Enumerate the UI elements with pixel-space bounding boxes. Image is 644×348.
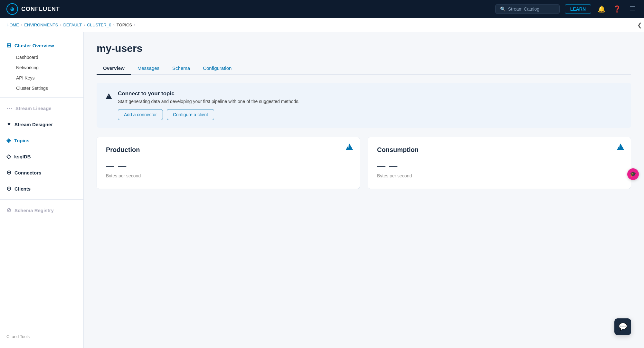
- consumption-card-title: Consumption: [377, 146, 622, 154]
- sidebar-ksqldb-section: ◇ ksqlDB: [0, 148, 83, 165]
- production-metric-label: Bytes per second: [106, 173, 351, 178]
- sidebar-topics-label: Topics: [14, 138, 29, 143]
- connectors-icon: ⊛: [6, 169, 11, 176]
- app-body: ⊞ Cluster Overview Dashboard Networking …: [0, 0, 644, 348]
- stream-designer-icon: ✦: [6, 121, 11, 128]
- sidebar-item-topics[interactable]: ◈ Topics: [0, 134, 83, 147]
- search-placeholder: Stream Catalog: [508, 6, 539, 12]
- sidebar-item-dashboard[interactable]: Dashboard: [0, 52, 83, 62]
- sidebar-item-cluster-settings[interactable]: Cluster Settings: [0, 83, 83, 93]
- breadcrumb: HOME › ENVIRONMENTS › DEFAULT › CLUSTER_…: [0, 18, 644, 32]
- sidebar-topics-section: ◈ Topics: [0, 132, 83, 148]
- main-content: my-users Overview Messages Schema Config…: [84, 32, 644, 348]
- breadcrumb-environments[interactable]: ENVIRONMENTS: [24, 23, 58, 27]
- sidebar-stream-lineage-section: ⋯ Stream Lineage: [0, 100, 83, 116]
- sidebar-stream-designer-label: Stream Designer: [14, 122, 53, 127]
- schema-registry-icon: ⊘: [6, 207, 11, 214]
- tab-schema[interactable]: Schema: [166, 62, 196, 75]
- sidebar-item-api-keys[interactable]: API Keys: [0, 73, 83, 83]
- tab-configuration[interactable]: Configuration: [196, 62, 238, 75]
- sidebar: ⊞ Cluster Overview Dashboard Networking …: [0, 32, 84, 348]
- bell-icon[interactable]: 🔔: [596, 4, 607, 14]
- topics-icon: ◈: [6, 137, 11, 144]
- sidebar-connectors-section: ⊛ Connectors: [0, 165, 83, 181]
- sidebar-item-clients[interactable]: ⊙ Clients: [0, 182, 83, 195]
- cluster-overview-icon: ⊞: [6, 42, 11, 49]
- breadcrumb-sep-1: ›: [21, 23, 22, 27]
- sidebar-ksqldb-label: ksqlDB: [14, 154, 31, 159]
- breadcrumb-default[interactable]: DEFAULT: [63, 23, 82, 27]
- connect-banner-title: Connect to your topic: [118, 90, 299, 97]
- tab-bar: Overview Messages Schema Configuration: [97, 62, 631, 75]
- breadcrumb-home[interactable]: HOME: [6, 23, 19, 27]
- sidebar-item-cluster-overview[interactable]: ⊞ Cluster Overview: [0, 39, 83, 52]
- production-card: Production — — Bytes per second: [97, 137, 360, 189]
- sidebar-item-stream-lineage[interactable]: ⋯ Stream Lineage: [0, 101, 83, 115]
- ksqldb-icon: ◇: [6, 153, 11, 160]
- search-bar[interactable]: 🔍 Stream Catalog: [495, 4, 560, 14]
- learn-button[interactable]: LEARN: [565, 4, 591, 14]
- sidebar-cluster-overview-section: ⊞ Cluster Overview Dashboard Networking …: [0, 37, 83, 95]
- connect-banner-actions: Add a connector Configure a client: [118, 109, 299, 120]
- app-name: CONFLUENT: [21, 6, 60, 13]
- top-navigation: ⊕ CONFLUENT 🔍 Stream Catalog LEARN 🔔 ❓ ☰: [0, 0, 644, 18]
- configure-client-button[interactable]: Configure a client: [167, 109, 214, 120]
- sidebar-cluster-overview-label: Cluster Overview: [14, 43, 54, 48]
- sidebar-ci-tools-label[interactable]: CI and Tools: [6, 334, 30, 339]
- connect-banner-body: Connect to your topic Start generating d…: [118, 90, 299, 120]
- page-title: my-users: [97, 42, 631, 54]
- tab-overview[interactable]: Overview: [97, 62, 131, 75]
- sidebar-connectors-label: Connectors: [14, 170, 41, 175]
- stream-lineage-icon: ⋯: [6, 105, 12, 112]
- breadcrumb-sep-5: ›: [134, 23, 135, 27]
- sidebar-clients-label: Clients: [14, 186, 31, 192]
- sidebar-schema-registry-label: Schema Registry: [14, 208, 54, 213]
- consumption-metric-value: — —: [377, 161, 622, 171]
- metric-cards-row: Production — — Bytes per second Consumpt…: [97, 137, 631, 189]
- sidebar-schema-registry-section: ⊘ Schema Registry: [0, 202, 83, 218]
- sidebar-stream-lineage-label: Stream Lineage: [15, 106, 52, 111]
- connect-banner-description: Start generating data and developing you…: [118, 99, 299, 104]
- tab-messages[interactable]: Messages: [131, 62, 166, 75]
- question-icon[interactable]: ❓: [612, 4, 622, 14]
- sidebar-divider-2: [0, 199, 83, 200]
- sidebar-bottom: CI and Tools: [0, 330, 83, 343]
- production-metric-value: — —: [106, 161, 351, 171]
- sidebar-divider-1: [0, 97, 83, 98]
- sidebar-item-ksqldb[interactable]: ◇ ksqlDB: [0, 150, 83, 163]
- search-icon: 🔍: [500, 6, 506, 12]
- chat-fab-button[interactable]: 💬: [614, 318, 631, 335]
- sidebar-item-connectors[interactable]: ⊛ Connectors: [0, 166, 83, 179]
- breadcrumb-topics[interactable]: TOPICS: [117, 23, 132, 27]
- sidebar-collapse-button[interactable]: ❮: [635, 18, 644, 32]
- breadcrumb-sep-4: ›: [113, 23, 114, 27]
- consumption-warn-icon: [617, 144, 624, 152]
- sidebar-stream-designer-section: ✦ Stream Designer: [0, 116, 83, 132]
- menu-icon[interactable]: ☰: [627, 4, 638, 14]
- breadcrumb-sep-3: ›: [84, 23, 85, 27]
- top-nav-right: 🔍 Stream Catalog LEARN 🔔 ❓ ☰: [495, 4, 638, 14]
- logo: ⊕ CONFLUENT: [6, 3, 495, 15]
- clients-icon: ⊙: [6, 185, 11, 192]
- consumption-card: Consumption — — Bytes per second: [368, 137, 631, 189]
- production-warn-icon: [346, 144, 353, 152]
- sidebar-item-networking[interactable]: Networking: [0, 62, 83, 73]
- sidebar-item-stream-designer[interactable]: ✦ Stream Designer: [0, 118, 83, 131]
- add-connector-button[interactable]: Add a connector: [118, 109, 163, 120]
- logo-icon: ⊕: [6, 3, 18, 15]
- chat-fab-icon: 💬: [619, 323, 627, 331]
- warning-triangle-icon: [106, 91, 112, 101]
- production-card-title: Production: [106, 146, 351, 154]
- connect-banner: Connect to your topic Start generating d…: [97, 83, 631, 128]
- consumption-metric-label: Bytes per second: [377, 173, 622, 178]
- help-fab-icon: 🎓: [630, 171, 636, 177]
- sidebar-item-schema-registry[interactable]: ⊘ Schema Registry: [0, 203, 83, 217]
- breadcrumb-sep-2: ›: [60, 23, 61, 27]
- breadcrumb-cluster[interactable]: CLUSTER_0: [87, 23, 111, 27]
- sidebar-clients-section: ⊙ Clients: [0, 181, 83, 197]
- help-fab-button[interactable]: 🎓: [627, 168, 639, 180]
